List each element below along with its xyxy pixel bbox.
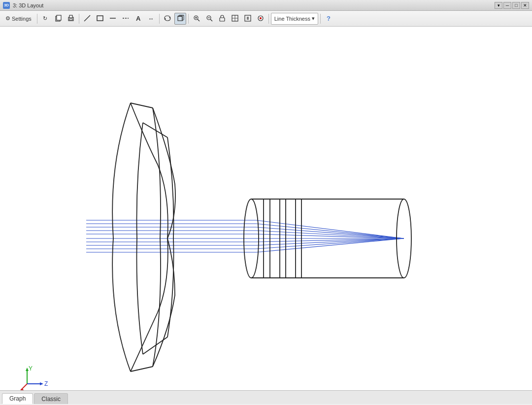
text-icon: A (136, 15, 140, 22)
zoom-in-button[interactable] (191, 13, 202, 25)
fit-icon (232, 15, 238, 23)
svg-line-16 (198, 19, 200, 21)
export-button[interactable] (242, 13, 254, 25)
dash-line-button[interactable] (120, 13, 132, 25)
copy-button[interactable] (52, 13, 64, 25)
diagonal-line-icon (109, 15, 116, 23)
line-icon (84, 15, 91, 23)
separator-4 (188, 14, 189, 24)
tab-graph[interactable]: Graph (2, 393, 33, 404)
tab-graph-label: Graph (9, 395, 26, 402)
export-icon (244, 15, 251, 23)
zoom-in-icon (193, 15, 200, 23)
close-btn[interactable]: ✕ (521, 2, 529, 9)
3d-icon (176, 15, 184, 23)
lock-icon (219, 15, 225, 23)
svg-line-59 (256, 238, 404, 245)
svg-rect-22 (220, 18, 225, 21)
separator-1 (37, 14, 37, 24)
help-button[interactable]: ? (323, 13, 334, 25)
rectangle-tool-button[interactable] (94, 13, 106, 25)
help-icon: ? (327, 15, 331, 22)
svg-rect-6 (97, 16, 103, 21)
svg-line-73 (131, 367, 153, 371)
rectangle-icon (97, 15, 103, 23)
title-bar: 3D 3: 3D Layout ▾ ─ □ ✕ (0, 0, 532, 11)
rotate-icon (164, 15, 171, 23)
refresh-icon: ↻ (43, 15, 47, 22)
line-thickness-label: Line Thickness (274, 16, 310, 22)
line-tool-button[interactable] (81, 13, 93, 25)
svg-rect-11 (178, 16, 182, 21)
rotate-button[interactable] (162, 13, 173, 25)
record-icon (257, 15, 264, 23)
settings-label: Settings (12, 16, 32, 22)
svg-line-67 (256, 238, 404, 252)
maximize-btn[interactable]: □ (512, 2, 520, 9)
title-bar-left: 3D 3: 3D Layout (3, 2, 43, 9)
lock-button[interactable] (216, 13, 228, 25)
print-icon (67, 15, 74, 23)
tab-classic[interactable]: Classic (34, 393, 68, 404)
settings-button[interactable]: ⚙ Settings (2, 13, 35, 25)
minimize-btn[interactable]: ─ (503, 2, 511, 9)
record-button[interactable] (255, 13, 266, 25)
diagonal-line-button[interactable] (107, 13, 119, 25)
svg-line-5 (84, 15, 90, 21)
fit-button[interactable] (229, 13, 241, 25)
svg-line-35 (256, 220, 404, 238)
3d-view-button[interactable] (174, 13, 186, 25)
arrow-tool-button[interactable]: ↔ (145, 13, 157, 25)
svg-rect-3 (69, 15, 72, 18)
svg-line-20 (210, 19, 212, 21)
svg-line-72 (131, 103, 153, 108)
settings-icon: ⚙ (5, 15, 10, 22)
svg-point-31 (260, 17, 262, 19)
separator-6 (320, 14, 321, 24)
tab-classic-label: Classic (41, 396, 61, 403)
separator-2 (79, 14, 79, 24)
svg-rect-4 (69, 19, 72, 20)
line-thickness-button[interactable]: Line Thickness ▾ (271, 13, 318, 25)
copy-icon (55, 15, 62, 23)
toolbar: ⚙ Settings ↻ A (0, 11, 532, 27)
window-title: 3: 3D Layout (13, 2, 43, 8)
text-tool-button[interactable]: A (133, 13, 144, 25)
canvas-area[interactable]: 20 mm Y Z (0, 27, 532, 390)
svg-line-43 (256, 227, 404, 238)
refresh-button[interactable]: ↻ (39, 13, 51, 25)
window-icon: 3D (3, 2, 10, 9)
svg-marker-98 (40, 382, 43, 385)
svg-text:Z: Z (44, 380, 48, 387)
dash-line-icon (122, 15, 129, 23)
menu-btn[interactable]: ▾ (495, 2, 502, 9)
optical-diagram: 20 mm Y Z (0, 27, 532, 390)
window-controls: ▾ ─ □ ✕ (495, 2, 529, 9)
print-button[interactable] (65, 13, 77, 25)
svg-rect-1 (57, 15, 61, 20)
arrow-icon: ↔ (148, 15, 154, 22)
separator-3 (159, 14, 160, 24)
separator-5 (268, 14, 269, 24)
svg-text:Y: Y (29, 365, 33, 372)
zoom-out-icon (206, 15, 213, 23)
bottom-tabs: Graph Classic (0, 390, 532, 404)
line-thickness-arrow-icon: ▾ (312, 15, 315, 22)
zoom-out-button[interactable] (203, 13, 215, 25)
